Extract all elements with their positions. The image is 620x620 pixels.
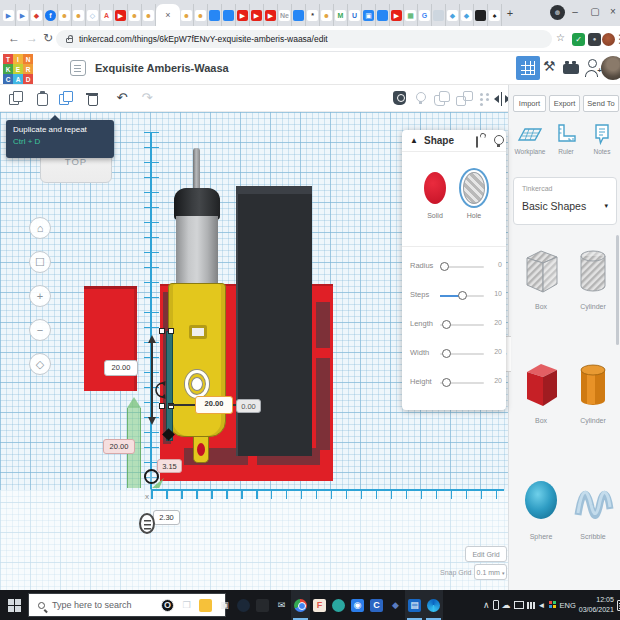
design-list-icon[interactable] <box>70 60 86 76</box>
dimension-label-gap[interactable]: 3.15 <box>157 459 182 473</box>
meet-taskbar-icon[interactable]: ◉ <box>348 590 367 620</box>
ms-store-taskbar-icon[interactable]: ▣ <box>215 590 234 620</box>
ruler-tool-chip-icon[interactable] <box>139 513 155 534</box>
home-view-button[interactable]: ⌂ <box>29 217 51 239</box>
fit-view-button[interactable]: ☐ <box>29 251 51 273</box>
copy-icon[interactable] <box>8 90 24 106</box>
onedrive-cloud-icon[interactable]: ☁ <box>502 600 511 610</box>
shape-box-hole[interactable]: Box <box>517 243 565 310</box>
browser-profile-icon[interactable]: ☻ <box>550 5 565 20</box>
snap-grid-dropdown[interactable]: 0.1 mm ▾ <box>474 564 507 580</box>
start-button[interactable] <box>8 599 21 612</box>
chrome-taskbar-icon[interactable] <box>291 590 310 620</box>
edit-grid-button[interactable]: Edit Grid <box>465 546 507 562</box>
radius-slider[interactable] <box>440 266 484 268</box>
dashboard-grid-button[interactable] <box>516 56 540 80</box>
diamond-blue-2-tab[interactable]: ◆ <box>460 4 474 26</box>
motor-shaft[interactable] <box>193 148 200 192</box>
language-indicator[interactable]: ENG <box>560 601 576 610</box>
dimension-label-depth[interactable]: 0.00 <box>236 399 261 413</box>
youtube-3-tab[interactable]: ▶ <box>250 4 264 26</box>
phone-icon[interactable] <box>493 600 499 610</box>
youtube-5-tab[interactable]: ▶ <box>390 4 404 26</box>
duplicate-icon[interactable] <box>58 90 74 106</box>
google-tab[interactable]: G <box>418 4 432 26</box>
chart-green-tab[interactable]: ▦ <box>404 4 418 26</box>
teal-app-taskbar-icon[interactable] <box>329 590 348 620</box>
blue-square-4-tab[interactable] <box>376 4 390 26</box>
profile-yellow-2-tab[interactable]: ☻ <box>72 4 86 26</box>
black-box[interactable] <box>236 186 312 456</box>
letter-m-green-tab[interactable]: M <box>334 4 348 26</box>
dimension-label-plate[interactable]: 20.00 <box>103 439 135 454</box>
opera-taskbar-icon[interactable]: O <box>158 590 177 620</box>
edge-taskbar-icon[interactable] <box>424 590 443 620</box>
game-red-tab[interactable]: ◆ <box>30 4 44 26</box>
measure-handle-1[interactable] <box>159 328 165 334</box>
youtube-1-tab[interactable]: ▶ <box>114 4 128 26</box>
blue-square-2-tab[interactable] <box>222 4 236 26</box>
extension-dark-icon[interactable]: ● <box>588 33 601 46</box>
blue-square-3-tab[interactable] <box>292 4 306 26</box>
paste-icon[interactable] <box>34 90 50 106</box>
letter-u-blue-tab[interactable]: U <box>348 4 362 26</box>
lock-icon[interactable] <box>474 137 484 147</box>
profile-yellow-4-tab[interactable]: ☻ <box>142 4 156 26</box>
youtube-2-tab[interactable]: ▶ <box>236 4 250 26</box>
delete-icon[interactable] <box>84 90 100 106</box>
window-maximize-button[interactable]: ▢ <box>586 0 604 24</box>
dark-rect-tab[interactable] <box>474 4 488 26</box>
profile-yellow-7-tab[interactable]: ☻ <box>320 4 334 26</box>
notes-tool[interactable]: Notes <box>585 123 619 155</box>
length-slider[interactable] <box>440 324 484 326</box>
profile-yellow-1-tab[interactable]: ☻ <box>58 4 72 26</box>
letter-a-tab[interactable]: A <box>100 4 114 26</box>
gallery-scrollbar[interactable] <box>616 235 619 345</box>
task-view-taskbar-icon[interactable]: ❒ <box>177 590 196 620</box>
pointer-blue-2-tab[interactable]: ▶ <box>16 4 30 26</box>
blue-square-1-tab[interactable] <box>208 4 222 26</box>
export-button[interactable]: Export <box>549 95 580 112</box>
outlook-taskbar-icon[interactable]: ▤ <box>405 590 424 620</box>
reload-icon[interactable]: ↻ <box>43 31 53 45</box>
design-title[interactable]: Exquisite Amberis-Waasa <box>95 62 229 74</box>
back-icon[interactable]: ← <box>8 31 20 45</box>
shape-sphere[interactable]: Sphere <box>517 473 565 540</box>
color-grid-icon[interactable] <box>549 601 557 609</box>
window-minimize-button[interactable]: – <box>566 0 584 24</box>
spade-dark-tab[interactable]: ♠ <box>488 4 502 26</box>
shape-color-icon[interactable] <box>393 91 406 105</box>
grey-blob-tab[interactable] <box>432 4 446 26</box>
new-tab-button[interactable]: + <box>502 5 518 21</box>
f-app-taskbar-icon[interactable]: F <box>310 590 329 620</box>
measure-handle-2[interactable] <box>168 328 174 334</box>
pointer-blue-1-tab[interactable]: ▶ <box>2 4 16 26</box>
visibility-bulb-icon[interactable] <box>490 133 506 149</box>
volume-icon[interactable]: ◄ <box>538 601 546 610</box>
blue-3d-square-tab[interactable]: ▣ <box>362 4 376 26</box>
shape-library-dropdown[interactable]: Tinkercad Basic Shapes ▾ <box>513 177 617 225</box>
profile-yellow-5-tab[interactable]: ☻ <box>180 4 194 26</box>
panel-collapse-icon[interactable]: ▲ <box>410 136 418 145</box>
clock[interactable]: 12:05 03/06/2021 <box>579 595 614 616</box>
msi-app-taskbar-icon[interactable] <box>253 590 272 620</box>
extension-check-icon[interactable]: ✓ <box>572 33 585 46</box>
dimension-label-width-active[interactable]: 20.00 <box>195 396 233 414</box>
undo-icon[interactable]: ↶ <box>114 90 130 106</box>
ne-site-tab[interactable]: Ne <box>278 4 292 26</box>
height-slider[interactable] <box>440 382 484 384</box>
zoom-out-button[interactable]: − <box>29 319 51 341</box>
diamond-silver-tab[interactable]: ◇ <box>86 4 100 26</box>
perspective-toggle-button[interactable]: ◇ <box>29 353 51 375</box>
tray-chevron-icon[interactable]: ∧ <box>483 600 490 610</box>
c-app-taskbar-icon[interactable]: C <box>367 590 386 620</box>
tinkercad-logo[interactable]: TINKERCAD <box>3 54 33 84</box>
shape-cylinder-hole[interactable]: Cylinder <box>569 243 617 310</box>
hole-option-selected[interactable] <box>459 168 489 208</box>
steps-slider[interactable] <box>440 295 484 297</box>
tinkercad-active-tab[interactable]: × <box>156 4 180 26</box>
bookmark-star-icon[interactable]: ☆ <box>556 32 565 43</box>
mail-taskbar-icon[interactable]: ✉ <box>272 590 291 620</box>
shape-box-solid[interactable]: Box <box>517 357 565 424</box>
profile-yellow-3-tab[interactable]: ☻ <box>128 4 142 26</box>
